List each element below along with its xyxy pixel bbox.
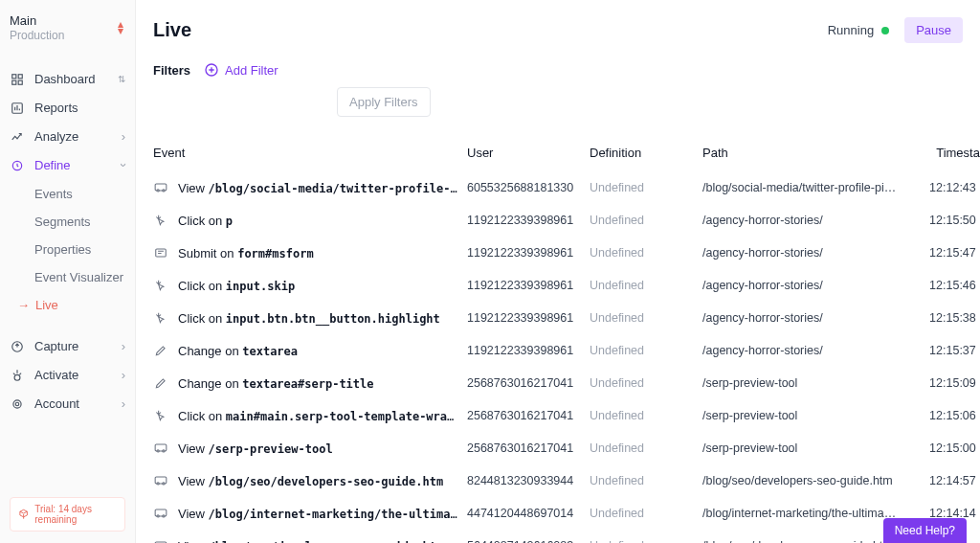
apply-filters-button[interactable]: Apply Filters — [337, 87, 431, 117]
nav-label: Define — [34, 158, 122, 172]
event-text: Change on textarea — [178, 344, 298, 358]
table-row[interactable]: View /blog/seo/developers-seo-guide.htm5… — [153, 530, 963, 543]
subnav-event-visualizer[interactable]: Event Visualizer — [34, 263, 135, 291]
pause-button[interactable]: Pause — [904, 17, 963, 43]
definition: Undefined — [590, 279, 695, 292]
arrow-right-icon: → — [17, 298, 30, 312]
table-row[interactable]: Click on input.btn.btn__button.highlight… — [153, 302, 963, 334]
table-row[interactable]: View /blog/internet-marketing/the-ultima… — [153, 497, 963, 530]
table-row[interactable]: View /blog/social-media/twitter-profile-… — [153, 171, 963, 204]
definition: Undefined — [590, 539, 695, 543]
path: /agency-horror-stories/ — [702, 246, 903, 260]
click-event-icon — [153, 310, 168, 326]
nav-dashboard[interactable]: Dashboard ⇅ — [0, 65, 135, 94]
trial-banner[interactable]: Trial: 14 days remaining — [10, 497, 125, 532]
timestamp: 12:15:09 PM — [911, 376, 980, 390]
activate-icon — [10, 368, 25, 383]
page-title: Live — [153, 19, 191, 41]
timestamp: 12:12:43 PM — [911, 181, 980, 194]
table-header: Event User Definition Path Timestamp — [153, 132, 963, 171]
nav-define[interactable]: Define › — [0, 151, 135, 180]
timestamp: 12:15:50 PM — [911, 214, 980, 227]
user-id: 2568763016217041 — [467, 441, 582, 455]
dashboard-icon — [10, 72, 25, 87]
view-event-icon — [153, 473, 168, 488]
table-row[interactable]: Change on textarea1192122339398961Undefi… — [153, 334, 963, 367]
table-row[interactable]: View /blog/seo/developers-seo-guide.htm8… — [153, 464, 963, 497]
nav-capture[interactable]: Capture › — [0, 332, 135, 361]
filters-row: Filters Add Filter — [136, 57, 980, 89]
change-event-icon — [153, 375, 168, 391]
nav-analyze[interactable]: Analyze › — [0, 123, 135, 151]
table-row[interactable]: Click on p1192122339398961Undefined/agen… — [153, 204, 963, 237]
change-event-icon — [153, 343, 168, 358]
path: /serp-preview-tool — [702, 376, 903, 390]
cube-icon — [18, 508, 29, 521]
nav-activate[interactable]: Activate › — [0, 361, 135, 390]
definition: Undefined — [590, 376, 695, 390]
table-row[interactable]: View /serp-preview-tool2568763016217041U… — [153, 432, 963, 464]
table-row[interactable]: Click on main#main.serp-tool-template-wr… — [153, 399, 963, 432]
subnav-segments[interactable]: Segments — [34, 208, 135, 236]
click-event-icon — [153, 278, 168, 293]
table-row[interactable]: Change on textarea#serp-title25687630162… — [153, 367, 963, 399]
user-id: 2568763016217041 — [467, 376, 582, 390]
definition: Undefined — [590, 181, 695, 194]
timestamp: 12:15:37 PM — [911, 344, 980, 357]
define-icon — [10, 158, 25, 173]
reports-icon — [10, 101, 25, 116]
col-path: Path — [702, 146, 903, 160]
chevron-right-icon: › — [122, 368, 125, 382]
need-help-button[interactable]: Need Help? — [883, 518, 967, 543]
timestamp: 12:15:00 PM — [911, 441, 980, 455]
timestamp: 12:15:46 PM — [911, 279, 980, 292]
table-body: View /blog/social-media/twitter-profile-… — [153, 171, 963, 543]
col-event: Event — [153, 146, 459, 160]
workspace-picker[interactable]: Main Production ▴▾ — [0, 0, 135, 56]
svg-rect-3 — [18, 80, 22, 84]
nav-label: Dashboard — [34, 72, 118, 86]
timestamp: 12:15:38 PM — [911, 311, 980, 325]
event-text: Submit on form#msform — [178, 246, 314, 260]
event-text: View /blog/seo/developers-seo-guide.htm — [178, 539, 443, 544]
nav-account[interactable]: Account › — [0, 390, 135, 419]
nav-label: Analyze — [34, 129, 122, 144]
user-id: 1192122339398961 — [467, 279, 582, 292]
topbar: Live Running Pause — [136, 0, 980, 57]
timestamp: 12:14:57 PM — [911, 474, 980, 487]
svg-point-8 — [15, 402, 19, 406]
timestamp: 12:15:06 PM — [911, 409, 980, 422]
subnav-live[interactable]: →Live — [34, 291, 135, 319]
main-content: Live Running Pause Filters Add Filter Ap… — [136, 0, 980, 543]
path: /agency-horror-stories/ — [702, 214, 903, 227]
add-filter-button[interactable]: Add Filter — [204, 62, 278, 78]
workspace-name: Main — [10, 13, 64, 29]
unfold-icon: ▴▾ — [118, 21, 123, 34]
running-status: Running — [828, 23, 889, 37]
status-label: Running — [828, 23, 874, 37]
table-row[interactable]: Click on input.skip1192122339398961Undef… — [153, 269, 963, 302]
nav-label: Activate — [34, 368, 122, 382]
subnav-properties[interactable]: Properties — [34, 236, 135, 263]
path: /serp-preview-tool — [702, 409, 903, 422]
user-id: 1192122339398961 — [467, 214, 582, 227]
click-event-icon — [153, 408, 168, 423]
user-id: 5644087142616083 — [467, 539, 582, 543]
table-row[interactable]: Submit on form#msform1192122339398961Und… — [153, 237, 963, 269]
chevron-down-icon: › — [116, 164, 130, 168]
account-icon — [10, 396, 25, 412]
col-user: User — [467, 146, 582, 160]
chevron-updown-icon: ⇅ — [118, 74, 125, 84]
definition: Undefined — [590, 246, 695, 260]
subnav-events[interactable]: Events — [34, 180, 135, 208]
user-id: 2568763016217041 — [467, 409, 582, 422]
definition: Undefined — [590, 214, 695, 227]
nav-reports[interactable]: Reports — [0, 94, 135, 123]
user-id: 8244813230933944 — [467, 474, 582, 487]
definition: Undefined — [590, 311, 695, 325]
col-definition: Definition — [590, 146, 695, 160]
nav-label: Capture — [34, 339, 122, 353]
define-subnav: Events Segments Properties Event Visuali… — [0, 180, 135, 319]
event-text: View /blog/social-media/twitter-profile-… — [178, 181, 459, 195]
view-event-icon — [153, 538, 168, 543]
